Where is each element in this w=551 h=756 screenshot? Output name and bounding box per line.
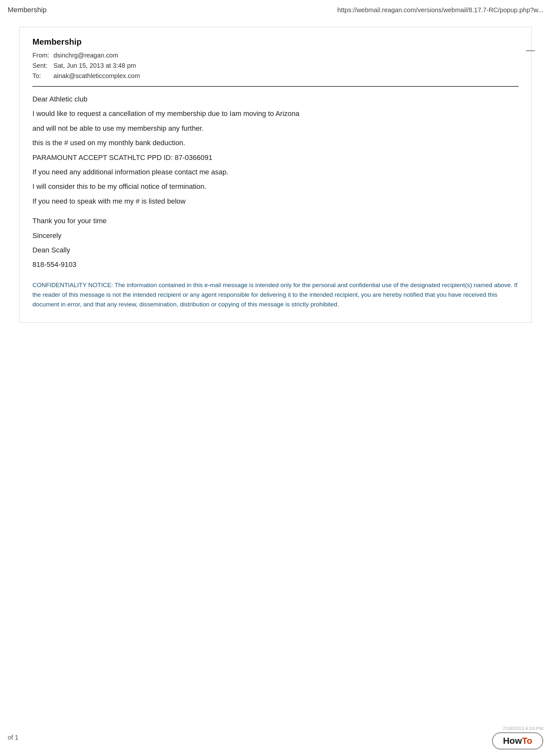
body-line1: Dear Athletic club — [32, 93, 519, 105]
email-container: Membership From: dsinchrg@reagan.com Sen… — [19, 27, 532, 323]
body-line7: I will consider this to be my official n… — [32, 180, 519, 193]
email-closing-block: Thank you for your time Sincerely Dean S… — [32, 215, 519, 271]
browser-title: Membership — [8, 6, 47, 14]
from-line: From: dsinchrg@reagan.com — [32, 50, 519, 60]
sent-line: Sent: Sat, Jun 15, 2013 at 3:48 pm — [32, 60, 519, 71]
sent-label: Sent: — [32, 60, 52, 71]
body-sincerely: Sincerely — [32, 230, 519, 242]
body-thankyou: Thank you for your time — [32, 215, 519, 227]
email-subject: Membership — [32, 37, 519, 47]
page-count: of 1 — [8, 734, 18, 741]
body-line3: and will not be able to use my membershi… — [32, 122, 519, 134]
body-line2: I would like to request a cancellation o… — [32, 107, 519, 119]
sent-value: Sat, Jun 15, 2013 at 3:48 pm — [54, 62, 136, 69]
footer-right: 7/18/2013 6:19 PM HowTo — [492, 726, 543, 750]
email-greeting-block: Dear Athletic club I would like to reque… — [32, 93, 519, 207]
confidentiality-notice: CONFIDENTIALITY NOTICE: The information … — [32, 280, 519, 310]
body-line8: If you need to speak with me my # is lis… — [32, 195, 519, 207]
email-body: Dear Athletic club I would like to reque… — [32, 93, 519, 310]
email-header: Membership From: dsinchrg@reagan.com Sen… — [32, 37, 519, 87]
body-line4: this is the # used on my monthly bank de… — [32, 137, 519, 149]
to-text: To — [522, 736, 532, 746]
browser-bar: Membership https://webmail.reagan.com/ve… — [0, 0, 551, 17]
page: Membership https://webmail.reagan.com/ve… — [0, 0, 551, 756]
howto-badge: HowTo — [492, 732, 543, 750]
browser-url: https://webmail.reagan.com/versions/webm… — [338, 6, 543, 14]
to-label: To: — [32, 71, 52, 81]
body-line5: PARAMOUNT ACCEPT SCATHLTC PPD ID: 87-036… — [32, 151, 519, 163]
email-meta: From: dsinchrg@reagan.com Sent: Sat, Jun… — [32, 50, 519, 81]
to-value: ainak@scathleticcomplex.com — [54, 72, 140, 79]
body-phone: 818-554-9103 — [32, 259, 519, 271]
from-label: From: — [32, 50, 52, 60]
body-line6: If you need any additional information p… — [32, 166, 519, 178]
date-stamp: 7/18/2013 6:19 PM — [503, 726, 543, 731]
from-value: dsinchrg@reagan.com — [54, 52, 118, 59]
minus-icon: — — [526, 45, 535, 55]
body-name: Dean Scally — [32, 244, 519, 256]
how-text: How — [503, 736, 522, 746]
to-line: To: ainak@scathleticcomplex.com — [32, 71, 519, 81]
footer-bar: of 1 7/18/2013 6:19 PM HowTo — [8, 726, 543, 750]
howto-text: HowTo — [503, 736, 532, 746]
